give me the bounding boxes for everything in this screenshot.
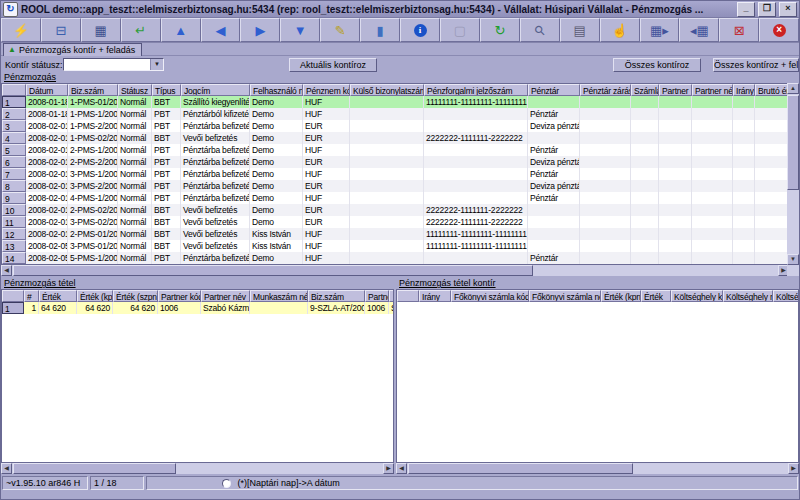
penzmozgas-cell[interactable]: 1-PMS-2/2008: [68, 120, 118, 132]
penzmozgas-cell[interactable]: HUF: [303, 228, 350, 240]
info-icon[interactable]: i: [400, 18, 440, 42]
penzmozgas-cell[interactable]: EUR: [303, 180, 350, 192]
penzmozgas-cell[interactable]: [733, 108, 755, 120]
penzmozgas-row[interactable]: 22008-01-181-PMS-1/2008NormálPBTPénztárb…: [2, 108, 788, 120]
penzmozgas-cell[interactable]: Pénztár: [528, 192, 580, 204]
tetel-hscrollbar[interactable]: ◀ ▶: [1, 463, 394, 474]
tab-penzmozgas-kontir[interactable]: ▲ Pénzmozgás kontír + feladás: [3, 43, 142, 56]
penzmozgas-cell[interactable]: [631, 156, 659, 168]
penzmozgas-cell[interactable]: [631, 180, 659, 192]
penzmozgas-cell[interactable]: [631, 216, 659, 228]
penzmozgas-row[interactable]: 42008-02-011-PMS-02/2008NormálBBTVevői b…: [2, 132, 788, 144]
penzmozgas-cell[interactable]: [692, 180, 733, 192]
penzmozgas-cell[interactable]: [692, 156, 733, 168]
exit-icon[interactable]: ⊠: [719, 18, 759, 42]
penzmozgas-cell[interactable]: 2222222-1111111-2222222: [424, 204, 528, 216]
aktualis-kontiroz-button[interactable]: Aktuális kontíroz: [289, 58, 377, 72]
penzmozgas-cell[interactable]: Normál: [118, 180, 152, 192]
penzmozgas-column-header[interactable]: Státusz: [118, 84, 152, 96]
restore-button[interactable]: ❐: [758, 2, 776, 17]
penzmozgas-cell[interactable]: [424, 168, 528, 180]
penzmozgas-cell[interactable]: [631, 192, 659, 204]
edit-pencil-icon[interactable]: ✎: [320, 18, 360, 42]
penzmozgas-row[interactable]: 72008-02-013-PMS-1/2008NormálPBTPénztárb…: [2, 168, 788, 180]
penzmozgas-cell[interactable]: [755, 108, 789, 120]
penzmozgas-cell[interactable]: [755, 240, 789, 252]
penzmozgas-cell[interactable]: [692, 96, 733, 108]
penzmozgas-cell[interactable]: Normál: [118, 156, 152, 168]
penzmozgas-column-header[interactable]: Pénznem kód: [303, 84, 350, 96]
trash-icon[interactable]: ▮: [360, 18, 400, 42]
penzmozgas-cell[interactable]: [733, 144, 755, 156]
penzmozgas-cell[interactable]: [733, 216, 755, 228]
penzmozgas-cell[interactable]: 2-PMS-1/2008: [68, 144, 118, 156]
penzmozgas-row[interactable]: 32008-02-011-PMS-2/2008NormálPBTPénztárb…: [2, 120, 788, 132]
penzmozgas-cell[interactable]: [692, 192, 733, 204]
penzmozgas-cell[interactable]: Pénztárba befizetés: [181, 144, 250, 156]
penzmozgas-cell[interactable]: [733, 120, 755, 132]
scroll-down-icon[interactable]: ▼: [787, 254, 799, 265]
penzmozgas-cell[interactable]: 5-PMS-1/2008: [68, 252, 118, 264]
scroll-left-icon[interactable]: ◀: [1, 265, 12, 276]
penzmozgas-cell[interactable]: 2008-01-18: [26, 96, 68, 108]
penzmozgas-cell[interactable]: [659, 180, 692, 192]
penzmozgas-cell[interactable]: EUR: [303, 120, 350, 132]
penzmozgas-cell[interactable]: BBT: [152, 96, 181, 108]
penzmozgas-cell[interactable]: [424, 180, 528, 192]
refresh-icon[interactable]: ↻: [480, 18, 520, 42]
tetel-cell[interactable]: 64 620: [39, 302, 77, 314]
kontir-statusz-combo[interactable]: ▼: [63, 58, 164, 71]
penzmozgas-column-header[interactable]: Külső bizonylatszám: [350, 84, 424, 96]
penzmozgas-row[interactable]: 62008-02-012-PMS-2/2008NormálPBTPénztárb…: [2, 156, 788, 168]
penzmozgas-cell[interactable]: [631, 108, 659, 120]
penzmozgas-cell[interactable]: [631, 96, 659, 108]
penzmozgas-cell[interactable]: [733, 156, 755, 168]
penzmozgas-cell[interactable]: 2008-02-01: [26, 156, 68, 168]
penzmozgas-cell[interactable]: [659, 144, 692, 156]
penzmozgas-cell[interactable]: 2008-02-01: [26, 180, 68, 192]
penzmozgas-cell[interactable]: [631, 252, 659, 264]
penzmozgas-cell[interactable]: 2008-02-01: [26, 204, 68, 216]
penzmozgas-cell[interactable]: Vevői befizetés: [181, 240, 250, 252]
penzmozgas-cell[interactable]: [659, 192, 692, 204]
row-marker[interactable]: 12: [2, 228, 26, 240]
row-marker[interactable]: 11: [2, 216, 26, 228]
penzmozgas-cell[interactable]: 1-PMS-02/2008: [68, 132, 118, 144]
tetel-row[interactable]: 1164 62064 62064 6201006Szabó Kázmér9-SZ…: [2, 302, 393, 314]
penzmozgas-cell[interactable]: Demo: [250, 132, 303, 144]
tetel-column-header[interactable]: Partner: [365, 290, 389, 302]
penzmozgas-cell[interactable]: [580, 216, 631, 228]
penzmozgas-cell[interactable]: 11111111-11111111-11111111: [424, 228, 528, 240]
penzmozgas-cell[interactable]: [424, 156, 528, 168]
up-arrow-icon[interactable]: ▲: [161, 18, 201, 42]
penzmozgas-cell[interactable]: [580, 96, 631, 108]
penzmozgas-column-header[interactable]: Pénzforgalmi jelzőszám: [424, 84, 528, 96]
penzmozgas-cell[interactable]: [733, 204, 755, 216]
penzmozgas-cell[interactable]: [350, 96, 424, 108]
table-export-icon[interactable]: ▦▸: [640, 18, 680, 42]
penzmozgas-cell[interactable]: PBT: [152, 120, 181, 132]
penzmozgas-cell[interactable]: [350, 180, 424, 192]
row-marker[interactable]: 4: [2, 132, 26, 144]
penzmozgas-cell[interactable]: [424, 120, 528, 132]
penzmozgas-cell[interactable]: Normál: [118, 216, 152, 228]
penzmozgas-cell[interactable]: [692, 204, 733, 216]
penzmozgas-cell[interactable]: [755, 156, 789, 168]
tetel-column-header[interactable]: #: [24, 290, 39, 302]
penzmozgas-cell[interactable]: Demo: [250, 120, 303, 132]
penzmozgas-cell[interactable]: [631, 132, 659, 144]
tetel-column-header[interactable]: Biz.szám: [308, 290, 365, 302]
penzmozgas-cell[interactable]: [692, 144, 733, 156]
penzmozgas-cell[interactable]: Vevői befizetés: [181, 228, 250, 240]
penzmozgas-cell[interactable]: PBT: [152, 168, 181, 180]
osszes-kontiroz-felad-button[interactable]: Összes kontíroz + felad: [713, 58, 799, 72]
penzmozgas-cell[interactable]: 2008-02-01: [26, 132, 68, 144]
penzmozgas-cell[interactable]: Kiss István: [250, 240, 303, 252]
penzmozgas-cell[interactable]: Normál: [118, 204, 152, 216]
penzmozgas-cell[interactable]: Normál: [118, 240, 152, 252]
penzmozgas-cell[interactable]: [350, 144, 424, 156]
penzmozgas-cell[interactable]: [631, 120, 659, 132]
penzmozgas-vscrollbar[interactable]: ▲ ▼: [787, 83, 799, 276]
penzmozgas-cell[interactable]: HUF: [303, 144, 350, 156]
tetel-cell[interactable]: [250, 302, 308, 314]
